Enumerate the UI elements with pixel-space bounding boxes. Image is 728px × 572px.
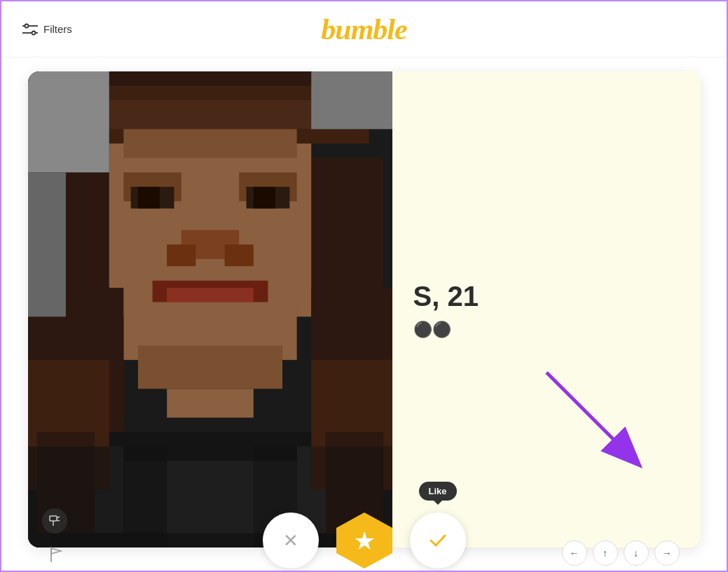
superlike-button[interactable]: ★ (333, 509, 396, 572)
filters-icon (22, 23, 38, 36)
checkmark-icon (427, 530, 448, 551)
filters-button[interactable]: Filters (22, 23, 72, 36)
nav-left-button[interactable]: ← (562, 540, 587, 566)
up-arrow-icon: ↑ (603, 547, 607, 559)
main-content: S, 21 ⚫⚫ ✕ (1, 57, 727, 572)
nav-right-button[interactable]: → (654, 540, 680, 566)
profile-info: S, 21 ⚫⚫ (392, 71, 701, 547)
like-tooltip: Like (418, 482, 456, 501)
flag-icon (49, 547, 63, 562)
navigation-arrows: ← ↑ ↓ → (562, 540, 680, 566)
flag-button[interactable] (49, 547, 63, 566)
svg-rect-26 (253, 187, 275, 209)
status-icon: ⚫⚫ (413, 321, 451, 339)
nav-up-button[interactable]: ↑ (593, 540, 618, 566)
left-arrow-icon: ← (570, 547, 579, 559)
svg-point-3 (32, 31, 36, 34)
profile-name-age: S, 21 (413, 281, 680, 312)
app-logo: bumble (321, 13, 406, 46)
svg-rect-20 (123, 129, 296, 158)
svg-rect-25 (137, 187, 159, 209)
svg-rect-33 (137, 346, 282, 389)
nav-down-button[interactable]: ↓ (624, 540, 649, 566)
dislike-icon: ✕ (283, 530, 298, 552)
profile-card: S, 21 ⚫⚫ (28, 71, 701, 547)
pixelated-photo (28, 71, 392, 547)
svg-rect-48 (311, 71, 392, 129)
app-header: Filters bumble (1, 1, 727, 57)
svg-text:★: ★ (353, 526, 376, 555)
dislike-button[interactable]: ✕ (263, 512, 319, 568)
superlike-icon: ★ (333, 509, 396, 572)
like-button[interactable]: Like (410, 512, 466, 568)
svg-rect-28 (167, 244, 195, 266)
right-arrow-icon: → (662, 547, 672, 559)
profile-status: ⚫⚫ (413, 321, 680, 339)
profile-photo (28, 71, 392, 547)
svg-rect-29 (224, 244, 253, 266)
filters-label: Filters (43, 23, 72, 35)
svg-point-0 (25, 24, 29, 27)
svg-rect-47 (28, 172, 66, 316)
down-arrow-icon: ↓ (633, 547, 638, 559)
svg-rect-46 (28, 71, 109, 172)
